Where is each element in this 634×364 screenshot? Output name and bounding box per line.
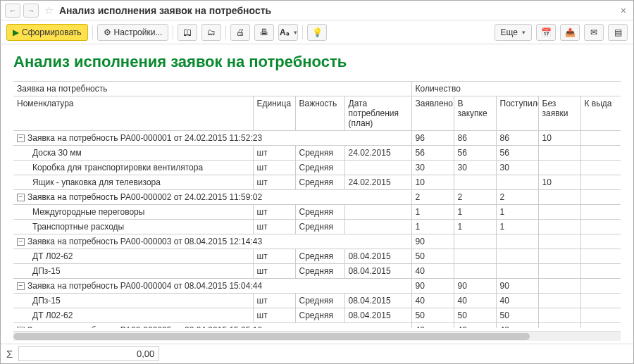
cell-received: 90 (496, 279, 538, 294)
collapse-toggle[interactable]: − (17, 282, 25, 290)
cell-received: 30 (496, 161, 538, 175)
cell-date: 08.04.2015 (344, 264, 411, 279)
cell-date: 24.02.2015 (344, 146, 411, 161)
cell-unit: шт (253, 205, 295, 220)
settings-label: Настройки... (114, 27, 163, 37)
table-row[interactable]: Транспортные расходыштСредняя111 (13, 220, 621, 234)
table-group-row[interactable]: −Заявка на потребность РА00-000005 от 08… (13, 323, 621, 329)
favorite-star-icon[interactable]: ☆ (44, 4, 54, 17)
header-received: Поступило (496, 96, 538, 131)
cell-no-req (538, 294, 580, 308)
table-group-row[interactable]: −Заявка на потребность РА00-000001 от 24… (13, 131, 621, 146)
cell-no-req (538, 308, 580, 323)
cell-unit: шт (253, 264, 295, 279)
cell-unit: шт (253, 146, 295, 161)
hint-button[interactable]: 💡 (307, 24, 327, 41)
horizontal-scrollbar[interactable] (13, 331, 621, 341)
collapse-toggle[interactable]: − (17, 327, 25, 329)
cell-no-req (538, 161, 580, 175)
table-row[interactable]: Ящик - упаковка для телевизораштСредняя2… (13, 175, 621, 190)
variant-save-button[interactable]: 🕮 (178, 24, 197, 41)
toolbar: ▶ Сформировать ⚙ Настройки... 🕮 🗂 🖨 🖶 Aₐ… (1, 20, 633, 44)
cell-no-req (538, 234, 580, 249)
app-window: ← → ☆ Анализ исполнения заявок на потреб… (0, 0, 634, 364)
table-row[interactable]: ДТ Л02-62штСредняя08.04.201550 (13, 249, 621, 264)
cell-declared: 90 (411, 234, 454, 249)
toolbar-separator (92, 25, 93, 39)
cell-declared: 30 (411, 161, 454, 175)
header-date-plan: Дата потребления (план) (344, 96, 411, 131)
cell-in-purchase (454, 234, 496, 249)
generate-button[interactable]: ▶ Сформировать (6, 24, 88, 41)
group-label: Заявка на потребность РА00-000001 от 24.… (27, 133, 262, 143)
play-icon: ▶ (13, 27, 19, 37)
cell-declared: 50 (411, 308, 454, 323)
chevron-down-icon: ▾ (522, 29, 526, 36)
item-label: Ящик - упаковка для телевизора (32, 177, 161, 187)
mail-icon: ✉ (590, 27, 597, 37)
cell-to-issue (580, 146, 621, 161)
item-label: Доска 30 мм (32, 148, 82, 158)
cell-date: 08.04.2015 (344, 294, 411, 308)
table-row[interactable]: ДПз-15штСредняя08.04.2015404040 (13, 294, 621, 308)
layout-button[interactable]: ▤ (608, 24, 628, 41)
print-preview-button[interactable]: 🖶 (254, 24, 274, 41)
generate-label: Сформировать (22, 27, 82, 37)
cell-to-issue (580, 131, 621, 146)
cell-to-issue (580, 249, 621, 264)
collapse-toggle[interactable]: − (17, 134, 25, 142)
print-button[interactable]: 🖨 (230, 24, 250, 41)
table-row[interactable]: ДТ Л02-62штСредняя08.04.2015505050 (13, 308, 621, 323)
export-button[interactable]: 📤 (560, 24, 580, 41)
cell-received (496, 264, 538, 279)
nav-back-button[interactable]: ← (5, 4, 20, 18)
cell-unit: шт (253, 294, 295, 308)
collapse-toggle[interactable]: − (17, 194, 25, 201)
collapse-toggle[interactable]: − (17, 238, 25, 246)
more-button[interactable]: Еще ▾ (495, 24, 532, 41)
cell-no-req (538, 146, 580, 161)
cell-to-issue (580, 294, 621, 308)
save-variant-icon: 🕮 (183, 27, 192, 37)
cell-received (496, 175, 538, 190)
cell-importance: Средняя (295, 294, 344, 308)
gear-icon: ⚙ (104, 27, 111, 37)
cell-to-issue (580, 190, 621, 205)
scrollbar-thumb[interactable] (13, 333, 530, 340)
close-button[interactable]: × (618, 5, 629, 16)
table-group-row[interactable]: −Заявка на потребность РА00-000002 от 24… (13, 190, 621, 205)
header-in-purchase: В закупке (454, 96, 496, 131)
table-group-row[interactable]: −Заявка на потребность РА00-000003 от 08… (13, 234, 621, 249)
cell-to-issue (580, 279, 621, 294)
variant-load-button[interactable]: 🗂 (201, 24, 221, 41)
nav-forward-button[interactable]: → (23, 4, 39, 18)
table-row[interactable]: Междугородные переговорыштСредняя111 (13, 205, 621, 220)
cell-no-req (538, 249, 580, 264)
cell-date: 08.04.2015 (344, 308, 411, 323)
cell-in-purchase: 40 (454, 323, 496, 329)
table-group-row[interactable]: −Заявка на потребность РА00-000004 от 08… (13, 279, 621, 294)
cell-importance: Средняя (295, 308, 344, 323)
group-label: Заявка на потребность РА00-000002 от 24.… (27, 192, 262, 202)
cell-importance: Средняя (295, 264, 344, 279)
mail-button[interactable]: ✉ (584, 24, 604, 41)
group-label: Заявка на потребность РА00-000004 от 08.… (27, 281, 262, 291)
cell-unit: шт (253, 161, 295, 175)
font-button[interactable]: Aₐ▾ (278, 24, 298, 41)
cell-declared: 90 (411, 279, 454, 294)
layout-icon: ▤ (614, 27, 622, 37)
cell-in-purchase: 50 (454, 308, 496, 323)
cell-no-req (538, 279, 580, 294)
toolbar-separator (173, 25, 173, 39)
table-row[interactable]: ДПз-15штСредняя08.04.201540 (13, 264, 621, 279)
cell-in-purchase: 56 (454, 146, 496, 161)
period-button[interactable]: 📅 (536, 24, 556, 41)
cell-declared: 10 (411, 175, 454, 190)
table-row[interactable]: Доска 30 ммштСредняя24.02.2015565656 (13, 146, 621, 161)
settings-button[interactable]: ⚙ Настройки... (97, 24, 169, 41)
table-row[interactable]: Коробка для транспортировки вентилятораш… (13, 161, 621, 175)
cell-received (496, 234, 538, 249)
cell-in-purchase: 30 (454, 161, 496, 175)
header-declared: Заявлено (411, 96, 454, 131)
cell-declared: 1 (411, 220, 454, 234)
